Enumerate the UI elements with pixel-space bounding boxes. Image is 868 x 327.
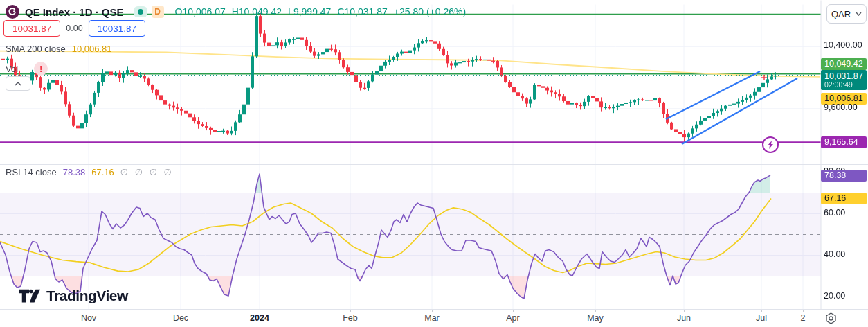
collapse-pane-button[interactable] (6, 76, 30, 91)
ohlc-values: O10,006.07 H10,049.42 L9,999.47 C10,031.… (175, 6, 467, 17)
time-axis-tick (181, 310, 181, 312)
instrument-logo-icon (6, 5, 19, 19)
tradingview-chart-window: { "header": { "symbol_title": "QE Index … (0, 0, 868, 327)
ohlc-close: C10,031.87 (337, 6, 387, 17)
price-axis-label-916564: 9,165.64 (821, 136, 867, 148)
time-axis-tick (260, 310, 260, 312)
ohlc-change: +25.80 (+0.26%) (394, 6, 466, 17)
time-axis-label-2024: 2024 (250, 313, 269, 323)
time-axis-tick (684, 310, 685, 312)
rsi-label: RSI 14 close (6, 167, 57, 177)
sell-button[interactable]: 10031.87 (3, 20, 60, 37)
buy-button[interactable]: 10031.87 (89, 20, 145, 37)
rsi-axis-label-4000: 40.00 (824, 249, 845, 259)
spread-value: 0.00 (66, 24, 82, 33)
tradingview-logo-text: TradingView (46, 288, 128, 304)
time-axis-label-Dec: Dec (173, 313, 188, 323)
order-panel: 10031.87 0.00 10031.87 (3, 20, 145, 37)
market-status-dot-icon (138, 9, 143, 15)
tradingview-logo-icon (19, 288, 40, 304)
symbol-title[interactable]: QE Index · 1D · QSE (25, 6, 124, 18)
ohlc-low: L9,999.47 (288, 6, 331, 17)
market-status-toggle[interactable] (134, 6, 147, 17)
currency-selector[interactable]: QAR (826, 4, 867, 24)
rsi-axis-label-6000: 60.00 (824, 208, 845, 218)
chevron-up-icon (15, 82, 21, 86)
price-axis-label-1003187: 10,031.8702:00:49 (821, 70, 867, 90)
time-axis-tick (513, 310, 514, 312)
chevron-down-icon (856, 12, 862, 16)
tradingview-logo[interactable]: TradingView (19, 288, 128, 304)
rsi-legend-row[interactable]: RSI 14 close 78.38 67.16 ∅ ∅ ∅ ∅ (6, 167, 174, 177)
rsi-axis-label-6716: 67.16 (821, 193, 867, 204)
time-axis-label-May: May (587, 313, 604, 323)
symbol-header[interactable]: QE Index · 1D · QSE D O10,006.07 H10,049… (6, 5, 466, 19)
rsi-axis-label-7838: 78.38 (821, 170, 867, 182)
sma-label: SMA 200 close (6, 44, 66, 54)
time-axis-label-Jun: Jun (677, 313, 691, 323)
time-axis-label-Nov: Nov (81, 313, 96, 323)
time-axis-label-Mar: Mar (424, 313, 440, 323)
price-axis-label-1004942: 10,049.42 (821, 58, 867, 70)
volume-legend-row[interactable]: Vol ! (6, 62, 48, 76)
time-axis-tick (89, 310, 89, 312)
rsi-axis-label-2000: 20.00 (824, 291, 845, 301)
time-axis-label-Jul: Jul (756, 313, 767, 323)
time-axis[interactable]: NovDec2024FebMarAprMayJunJul2 (0, 310, 868, 327)
time-axis-label-2: 2 (801, 313, 806, 323)
rsi-value: 78.38 (63, 167, 86, 177)
ohlc-high: H10,049.42 (232, 6, 282, 17)
indicator-error-icon[interactable]: ! (34, 62, 48, 76)
time-axis-tick (595, 310, 596, 312)
chart-settings-hexagon-icon[interactable] (825, 312, 837, 324)
rsi-empty-values: ∅ ∅ ∅ ∅ (120, 167, 174, 177)
price-axis-label-1040000: 10,400.00 (824, 40, 862, 50)
time-axis-tick (432, 310, 433, 312)
timeframe-badge[interactable]: D (152, 6, 164, 18)
time-axis-tick (350, 310, 351, 312)
ohlc-open: O10,006.07 (175, 6, 226, 17)
sma-value: 10,006.81 (72, 44, 112, 54)
sma-legend-row[interactable]: SMA 200 close 10,006.81 (6, 44, 112, 54)
chart-canvas[interactable] (0, 0, 868, 327)
volume-label: Vol (6, 64, 18, 74)
time-axis-label-Feb: Feb (343, 313, 358, 323)
time-axis-tick (803, 310, 804, 312)
price-axis-label-960000: 9,600.00 (824, 103, 858, 112)
currency-value: QAR (831, 9, 851, 19)
time-axis-tick (761, 310, 762, 312)
time-axis-label-Apr: Apr (506, 313, 519, 323)
rsi-ma-value: 67.16 (91, 167, 114, 177)
